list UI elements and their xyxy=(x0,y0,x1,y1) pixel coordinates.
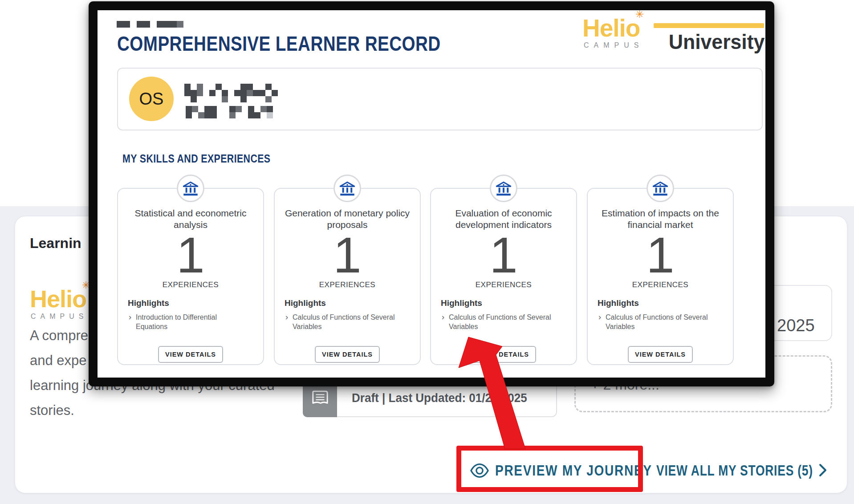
sun-icon: ✳ xyxy=(635,8,643,20)
eye-icon xyxy=(470,472,489,480)
preview-my-journey-label[interactable]: PREVIEW MY JOURNEY xyxy=(495,462,652,479)
skill-card: Evaluation of economic development indic… xyxy=(430,188,577,365)
highlights-label: Highlights xyxy=(598,298,639,308)
bank-icon xyxy=(333,175,361,202)
description-line: stories. xyxy=(30,402,74,419)
highlights-label: Highlights xyxy=(285,298,326,308)
avatar: OS xyxy=(129,77,174,121)
experience-count-label: EXPERIENCES xyxy=(588,280,733,289)
bank-icon xyxy=(647,175,674,202)
experience-count-label: EXPERIENCES xyxy=(431,280,576,289)
chevron-right-icon: › xyxy=(598,313,606,331)
chevron-right-icon: › xyxy=(285,313,293,331)
skill-card: Estimation of impacts on the financial m… xyxy=(587,188,734,365)
chevron-right-icon: › xyxy=(129,313,136,331)
description-line: and expe xyxy=(30,353,87,369)
redacted-name xyxy=(184,84,278,102)
helio-campus-label: CAMPUS xyxy=(584,41,643,49)
view-all-stories-button[interactable]: VIEW ALL MY STORIES (5) xyxy=(656,462,813,479)
preview-my-journey-button[interactable] xyxy=(470,463,489,480)
experience-count: 1 xyxy=(118,230,263,280)
chevron-right-icon xyxy=(818,463,827,479)
screen: Learnin Helio✳ CAMPUS A compre and expe … xyxy=(0,0,854,504)
redacted-breadcrumb xyxy=(117,21,183,28)
learner-record-modal: COMPREHENSIVE LEARNER RECORD Helio✳ CAMP… xyxy=(89,1,774,386)
modal-title: COMPREHENSIVE LEARNER RECORD xyxy=(117,32,441,56)
profile-card: OS xyxy=(117,68,763,130)
skill-card: Generation of monetary policy proposals … xyxy=(274,188,421,365)
view-details-button[interactable]: VIEW DETAILS xyxy=(471,346,536,363)
highlight-item[interactable]: › Introduction to Differential Equations xyxy=(129,313,252,331)
view-details-button[interactable]: VIEW DETAILS xyxy=(158,346,223,363)
skill-card: Statistical and econometric analysis 1 E… xyxy=(117,188,264,365)
experience-count-label: EXPERIENCES xyxy=(118,280,263,289)
view-details-button[interactable]: VIEW DETAILS xyxy=(315,346,380,363)
helio-wordmark: Helio xyxy=(582,14,640,42)
highlight-item[interactable]: › Calculus of Functions of Several Varia… xyxy=(285,313,408,331)
helio-logo: Helio✳ xyxy=(30,285,86,313)
bank-icon xyxy=(490,175,517,202)
highlights-label: Highlights xyxy=(128,298,169,308)
skills-section-heading: MY SKILLS AND EXPERIENCES xyxy=(122,152,270,166)
learning-journey-heading: Learnin xyxy=(30,235,81,252)
view-details-button[interactable]: VIEW DETAILS xyxy=(628,346,693,363)
redacted-subtext xyxy=(186,106,279,118)
experience-count: 1 xyxy=(431,230,576,280)
chevron-right-icon: › xyxy=(442,313,449,331)
helio-logo: Helio✳ xyxy=(582,14,640,42)
university-label: University xyxy=(668,30,765,54)
highlight-item[interactable]: › Calculus of Functions of Several Varia… xyxy=(442,313,565,331)
draft-covered-digit: 4 xyxy=(492,391,498,405)
description-line: A compre xyxy=(30,328,88,344)
experience-count: 1 xyxy=(275,230,420,280)
experience-count-label: EXPERIENCES xyxy=(275,280,420,289)
highlight-item[interactable]: › Calculus of Functions of Several Varia… xyxy=(598,313,721,331)
yellow-rule xyxy=(654,23,764,28)
bank-icon xyxy=(177,175,204,202)
story-card-date-fragment: 2025 xyxy=(777,316,815,335)
helio-campus-label: CAMPUS xyxy=(31,313,88,321)
helio-wordmark: Helio xyxy=(30,285,86,312)
experience-count: 1 xyxy=(588,230,733,280)
highlights-label: Highlights xyxy=(441,298,482,308)
